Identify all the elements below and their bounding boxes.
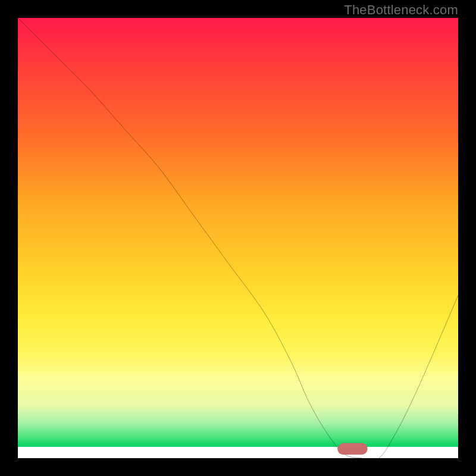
bottleneck-curve-path (18, 18, 458, 461)
chart-svg (18, 18, 458, 458)
chart-frame: TheBottleneck.com (0, 0, 476, 476)
minimum-marker (337, 443, 367, 455)
plot-area (18, 18, 458, 458)
watermark-text: TheBottleneck.com (344, 2, 458, 18)
